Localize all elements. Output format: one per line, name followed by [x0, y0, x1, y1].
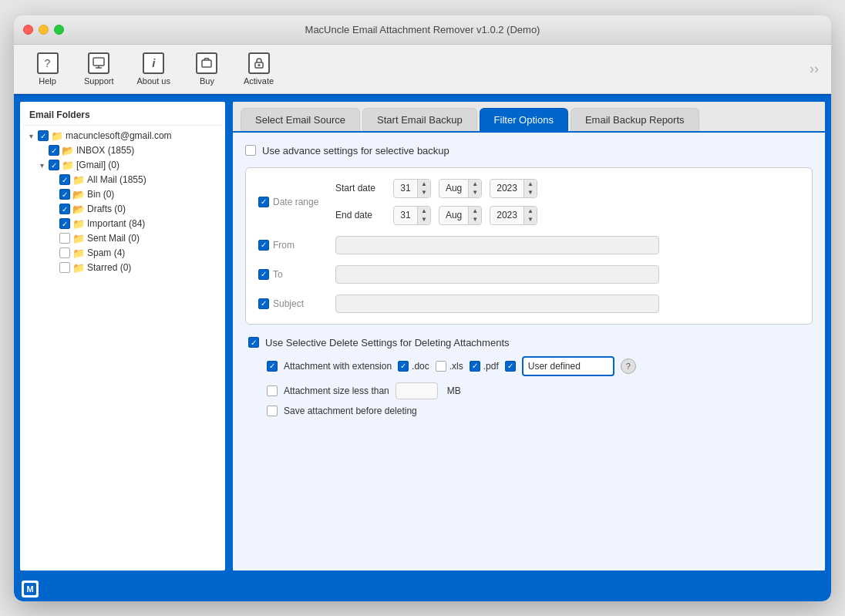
doc-label: .doc — [412, 361, 429, 372]
label-spam: Spam (4) — [87, 247, 125, 258]
selective-options: ✓ Attachment with extension ✓ .doc .xls — [248, 356, 810, 416]
end-year-up[interactable]: ▲ — [524, 207, 537, 216]
start-day-spinner[interactable]: 31 ▲ ▼ — [393, 179, 431, 198]
end-date-row: End date 31 ▲ ▼ Aug — [335, 206, 800, 225]
tree-item-allmail[interactable]: ✓ 📁 All Mail (1855) — [45, 173, 222, 187]
from-label-group: ✓ From — [258, 240, 328, 251]
tree-item-spam[interactable]: 📁 Spam (4) — [45, 246, 222, 261]
tab-filter-options[interactable]: Filter Options — [480, 108, 568, 131]
window-title: MacUncle Email Attachment Remover v1.0.2… — [305, 24, 540, 35]
selective-title-row: ✓ Use Selective Delete Settings for Dele… — [248, 337, 810, 348]
start-month-down[interactable]: ▼ — [469, 188, 481, 197]
date-range-label-group: ✓ Date range — [258, 197, 328, 207]
date-group: Start date 31 ▲ ▼ Aug — [335, 179, 800, 225]
tree-item-root[interactable]: ▾ ✓ 📁 macunclesoft@gmail.com — [23, 129, 222, 143]
pdf-checkbox[interactable]: ✓ — [470, 361, 480, 372]
start-year-up[interactable]: ▲ — [524, 180, 537, 189]
tree-item-gmail[interactable]: ▾ ✓ 📁 [Gmail] (0) — [34, 158, 222, 173]
save-label: Save attachment before deleting — [284, 406, 417, 416]
attachment-ext-checkbox[interactable]: ✓ — [267, 361, 278, 372]
size-input[interactable] — [396, 382, 438, 399]
tree-item-starred[interactable]: 📁 Starred (0) — [45, 261, 222, 275]
maximize-button[interactable] — [54, 25, 64, 35]
start-year-down[interactable]: ▼ — [524, 188, 537, 197]
checkbox-important[interactable]: ✓ — [59, 218, 70, 229]
tab-select-source[interactable]: Select Email Source — [241, 108, 360, 131]
tab-bar: Select Email Source Start Email Backup F… — [233, 102, 825, 133]
start-month-spinner[interactable]: Aug ▲ ▼ — [439, 179, 482, 198]
tree-item-bin[interactable]: ✓ 📂 Bin (0) — [45, 187, 222, 202]
tree-item-sentmail[interactable]: 📁 Sent Mail (0) — [45, 231, 222, 246]
size-checkbox[interactable] — [267, 385, 278, 396]
folder-icon-inbox: 📂 — [62, 145, 74, 157]
label-sentmail: Sent Mail (0) — [87, 233, 140, 244]
checkbox-starred[interactable] — [59, 262, 70, 273]
toolbar-help[interactable]: ? Help — [26, 49, 69, 89]
toolbar-support[interactable]: Support — [76, 49, 122, 89]
checkbox-allmail[interactable]: ✓ — [59, 174, 70, 185]
checkbox-bin[interactable]: ✓ — [59, 189, 70, 200]
end-month-down[interactable]: ▼ — [469, 215, 481, 224]
advance-settings-checkbox[interactable] — [245, 145, 256, 156]
toolbar-activate[interactable]: Activate — [236, 49, 281, 89]
svg-rect-0 — [93, 58, 104, 66]
xls-label: .xls — [449, 361, 463, 372]
tab-backup-reports[interactable]: Email Backup Reports — [571, 108, 699, 131]
user-defined-checkbox[interactable]: ✓ — [505, 361, 516, 372]
close-button[interactable] — [23, 25, 33, 35]
start-year-spinner[interactable]: 2023 ▲ ▼ — [490, 179, 537, 198]
minimize-button[interactable] — [39, 25, 49, 35]
toggle-gmail: ▾ — [37, 161, 46, 170]
size-row: Attachment size less than MB — [267, 382, 810, 399]
buy-icon — [196, 52, 217, 74]
from-label: From — [273, 240, 295, 251]
doc-item: ✓ .doc — [398, 361, 429, 372]
end-day-spinner[interactable]: 31 ▲ ▼ — [393, 206, 431, 225]
checkbox-gmail[interactable]: ✓ — [49, 160, 59, 170]
checkbox-spam[interactable] — [59, 247, 70, 258]
support-icon — [88, 52, 109, 74]
start-month-up[interactable]: ▲ — [469, 180, 481, 189]
checkbox-inbox[interactable]: ✓ — [49, 145, 59, 156]
end-month-up[interactable]: ▲ — [469, 207, 481, 216]
tree-item-drafts[interactable]: ✓ 📂 Drafts (0) — [45, 202, 222, 217]
ext-checkboxes: ✓ .doc .xls ✓ .pdf — [398, 356, 636, 376]
tab-start-backup[interactable]: Start Email Backup — [362, 108, 477, 131]
to-checkbox[interactable]: ✓ — [258, 269, 269, 280]
selective-checkbox[interactable]: ✓ — [248, 337, 259, 348]
toolbar-about[interactable]: i About us — [130, 49, 178, 89]
doc-checkbox[interactable]: ✓ — [398, 361, 409, 372]
subject-input[interactable] — [335, 295, 659, 313]
toggle-root: ▾ — [26, 132, 35, 140]
help-icon: ? — [37, 52, 59, 74]
subject-checkbox[interactable]: ✓ — [258, 298, 269, 309]
from-input[interactable] — [335, 236, 659, 254]
checkbox-root[interactable]: ✓ — [38, 130, 49, 141]
bottom-logo-icon: M — [22, 581, 39, 597]
checkbox-sentmail[interactable] — [59, 233, 70, 244]
end-month-spinner[interactable]: Aug ▲ ▼ — [439, 206, 482, 225]
end-day-up[interactable]: ▲ — [418, 207, 430, 216]
end-day-down[interactable]: ▼ — [418, 215, 430, 224]
to-input[interactable] — [335, 265, 659, 284]
tree-item-important[interactable]: ✓ 📁 Important (84) — [45, 217, 222, 231]
xls-checkbox[interactable] — [436, 361, 446, 372]
user-defined-input[interactable] — [522, 356, 614, 376]
checkbox-drafts[interactable]: ✓ — [59, 204, 70, 214]
to-row: ✓ To — [258, 265, 800, 284]
end-year-spinner[interactable]: 2023 ▲ ▼ — [490, 206, 537, 225]
traffic-lights — [23, 25, 64, 35]
end-year-down[interactable]: ▼ — [524, 215, 537, 224]
save-checkbox[interactable] — [267, 406, 278, 416]
mb-label: MB — [447, 385, 461, 396]
from-checkbox[interactable]: ✓ — [258, 240, 269, 251]
label-starred: Starred (0) — [87, 262, 131, 273]
folder-icon-important: 📁 — [72, 218, 85, 230]
help-button[interactable]: ? — [621, 358, 636, 374]
date-range-checkbox[interactable]: ✓ — [258, 197, 269, 207]
pdf-item: ✓ .pdf — [470, 361, 499, 372]
start-day-up[interactable]: ▲ — [418, 180, 430, 189]
toolbar-buy[interactable]: Buy — [186, 49, 228, 89]
start-day-down[interactable]: ▼ — [418, 188, 430, 197]
tree-item-inbox[interactable]: ✓ 📂 INBOX (1855) — [34, 143, 222, 158]
